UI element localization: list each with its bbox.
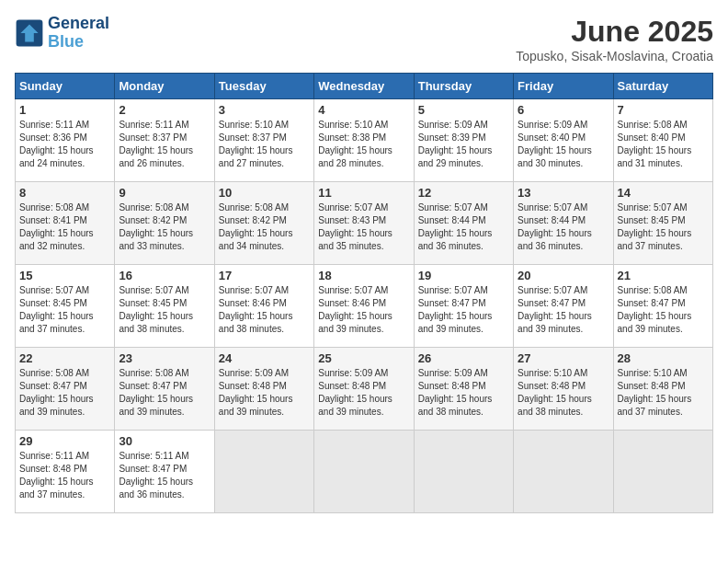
day-info: Sunrise: 5:08 AM Sunset: 8:42 PM Dayligh… [119,201,210,253]
calendar-cell: 3 Sunrise: 5:10 AM Sunset: 8:37 PM Dayli… [214,99,313,182]
calendar-cell: 5 Sunrise: 5:09 AM Sunset: 8:39 PM Dayli… [414,99,513,182]
calendar-cell: 28 Sunrise: 5:10 AM Sunset: 8:48 PM Dayl… [613,348,712,431]
day-info: Sunrise: 5:08 AM Sunset: 8:41 PM Dayligh… [19,201,110,253]
day-number: 2 [119,103,210,117]
day-number: 17 [219,269,310,282]
day-info: Sunrise: 5:08 AM Sunset: 8:47 PM Dayligh… [119,367,210,419]
day-number: 9 [119,186,210,200]
calendar-cell: 24 Sunrise: 5:09 AM Sunset: 8:48 PM Dayl… [214,348,313,431]
calendar-cell: 26 Sunrise: 5:09 AM Sunset: 8:48 PM Dayl… [414,348,513,431]
day-number: 26 [418,351,509,365]
day-info: Sunrise: 5:11 AM Sunset: 8:48 PM Dayligh… [19,450,110,501]
day-number: 7 [618,103,709,117]
day-info: Sunrise: 5:09 AM Sunset: 8:48 PM Dayligh… [318,367,409,419]
calendar-week-row: 22 Sunrise: 5:08 AM Sunset: 8:47 PM Dayl… [16,348,713,431]
day-info: Sunrise: 5:09 AM Sunset: 8:40 PM Dayligh… [518,119,609,170]
day-number: 22 [19,351,110,365]
day-info: Sunrise: 5:07 AM Sunset: 8:47 PM Dayligh… [418,284,509,336]
day-number: 13 [518,186,609,200]
calendar-cell: 25 Sunrise: 5:09 AM Sunset: 8:48 PM Dayl… [314,348,414,431]
calendar-cell: 16 Sunrise: 5:07 AM Sunset: 8:45 PM Dayl… [115,265,214,348]
calendar-cell: 17 Sunrise: 5:07 AM Sunset: 8:46 PM Dayl… [214,265,313,348]
calendar-cell: 27 Sunrise: 5:10 AM Sunset: 8:48 PM Dayl… [514,348,613,431]
day-info: Sunrise: 5:07 AM Sunset: 8:46 PM Dayligh… [318,284,409,336]
day-number: 18 [318,269,409,282]
logo: General Blue [15,15,109,52]
calendar-day-header: Tuesday [214,74,313,99]
calendar-cell: 19 Sunrise: 5:07 AM Sunset: 8:47 PM Dayl… [414,265,513,348]
calendar-cell: 10 Sunrise: 5:08 AM Sunset: 8:42 PM Dayl… [214,182,313,265]
day-number: 23 [119,351,210,365]
day-number: 16 [119,269,210,282]
calendar-cell: 9 Sunrise: 5:08 AM Sunset: 8:42 PM Dayli… [115,182,214,265]
calendar-cell: 15 Sunrise: 5:07 AM Sunset: 8:45 PM Dayl… [16,265,115,348]
day-number: 10 [219,186,310,200]
day-info: Sunrise: 5:07 AM Sunset: 8:45 PM Dayligh… [618,201,709,253]
title-block: June 2025 Topusko, Sisak-Moslavina, Croa… [516,15,713,63]
day-info: Sunrise: 5:07 AM Sunset: 8:45 PM Dayligh… [19,284,110,336]
calendar-cell: 4 Sunrise: 5:10 AM Sunset: 8:38 PM Dayli… [314,99,414,182]
day-number: 6 [518,103,609,117]
calendar-week-row: 8 Sunrise: 5:08 AM Sunset: 8:41 PM Dayli… [16,182,713,265]
day-number: 27 [518,351,609,365]
day-number: 30 [119,434,210,448]
day-number: 14 [618,186,709,200]
calendar-day-header: Wednesday [314,74,414,99]
calendar-cell [613,431,712,513]
day-number: 25 [318,351,409,365]
calendar-cell: 29 Sunrise: 5:11 AM Sunset: 8:48 PM Dayl… [16,431,115,513]
day-number: 12 [418,186,509,200]
day-number: 15 [19,269,110,282]
calendar-cell: 1 Sunrise: 5:11 AM Sunset: 8:36 PM Dayli… [16,99,115,182]
day-info: Sunrise: 5:10 AM Sunset: 8:37 PM Dayligh… [219,119,310,170]
day-info: Sunrise: 5:10 AM Sunset: 8:38 PM Dayligh… [318,119,409,170]
day-info: Sunrise: 5:10 AM Sunset: 8:48 PM Dayligh… [518,367,609,419]
day-info: Sunrise: 5:09 AM Sunset: 8:48 PM Dayligh… [219,367,310,419]
day-info: Sunrise: 5:09 AM Sunset: 8:39 PM Dayligh… [418,119,509,170]
calendar-cell: 18 Sunrise: 5:07 AM Sunset: 8:46 PM Dayl… [314,265,414,348]
day-info: Sunrise: 5:07 AM Sunset: 8:43 PM Dayligh… [318,201,409,253]
day-number: 20 [518,269,609,282]
calendar-cell: 8 Sunrise: 5:08 AM Sunset: 8:41 PM Dayli… [16,182,115,265]
calendar-week-row: 29 Sunrise: 5:11 AM Sunset: 8:48 PM Dayl… [16,431,713,513]
day-info: Sunrise: 5:07 AM Sunset: 8:47 PM Dayligh… [518,284,609,336]
day-number: 24 [219,351,310,365]
day-info: Sunrise: 5:09 AM Sunset: 8:48 PM Dayligh… [418,367,509,419]
calendar-cell [514,431,613,513]
day-number: 3 [219,103,310,117]
calendar-cell [414,431,513,513]
calendar-cell [214,431,313,513]
calendar-day-header: Thursday [414,74,513,99]
calendar-cell [314,431,414,513]
calendar-cell: 11 Sunrise: 5:07 AM Sunset: 8:43 PM Dayl… [314,182,414,265]
calendar-cell: 13 Sunrise: 5:07 AM Sunset: 8:44 PM Dayl… [514,182,613,265]
day-number: 1 [19,103,110,117]
calendar-week-row: 15 Sunrise: 5:07 AM Sunset: 8:45 PM Dayl… [16,265,713,348]
logo-text: General Blue [48,15,109,52]
calendar-day-header: Friday [514,74,613,99]
logo-icon [15,18,44,48]
day-info: Sunrise: 5:07 AM Sunset: 8:45 PM Dayligh… [119,284,210,336]
day-info: Sunrise: 5:07 AM Sunset: 8:44 PM Dayligh… [418,201,509,253]
day-info: Sunrise: 5:11 AM Sunset: 8:36 PM Dayligh… [19,119,110,170]
page-header: General Blue June 2025 Topusko, Sisak-Mo… [15,15,713,63]
day-number: 5 [418,103,509,117]
day-info: Sunrise: 5:07 AM Sunset: 8:46 PM Dayligh… [219,284,310,336]
day-info: Sunrise: 5:08 AM Sunset: 8:47 PM Dayligh… [618,284,709,336]
day-info: Sunrise: 5:11 AM Sunset: 8:37 PM Dayligh… [119,119,210,170]
calendar-cell: 7 Sunrise: 5:08 AM Sunset: 8:40 PM Dayli… [613,99,712,182]
calendar-cell: 30 Sunrise: 5:11 AM Sunset: 8:47 PM Dayl… [115,431,214,513]
calendar-table: SundayMondayTuesdayWednesdayThursdayFrid… [15,73,713,513]
calendar-header-row: SundayMondayTuesdayWednesdayThursdayFrid… [16,74,713,99]
main-title: June 2025 [516,15,713,49]
calendar-cell: 21 Sunrise: 5:08 AM Sunset: 8:47 PM Dayl… [613,265,712,348]
calendar-cell: 6 Sunrise: 5:09 AM Sunset: 8:40 PM Dayli… [514,99,613,182]
calendar-cell: 14 Sunrise: 5:07 AM Sunset: 8:45 PM Dayl… [613,182,712,265]
calendar-day-header: Saturday [613,74,712,99]
subtitle: Topusko, Sisak-Moslavina, Croatia [516,49,713,63]
day-info: Sunrise: 5:08 AM Sunset: 8:47 PM Dayligh… [19,367,110,419]
calendar-cell: 12 Sunrise: 5:07 AM Sunset: 8:44 PM Dayl… [414,182,513,265]
day-number: 8 [19,186,110,200]
day-info: Sunrise: 5:10 AM Sunset: 8:48 PM Dayligh… [618,367,709,419]
day-number: 4 [318,103,409,117]
